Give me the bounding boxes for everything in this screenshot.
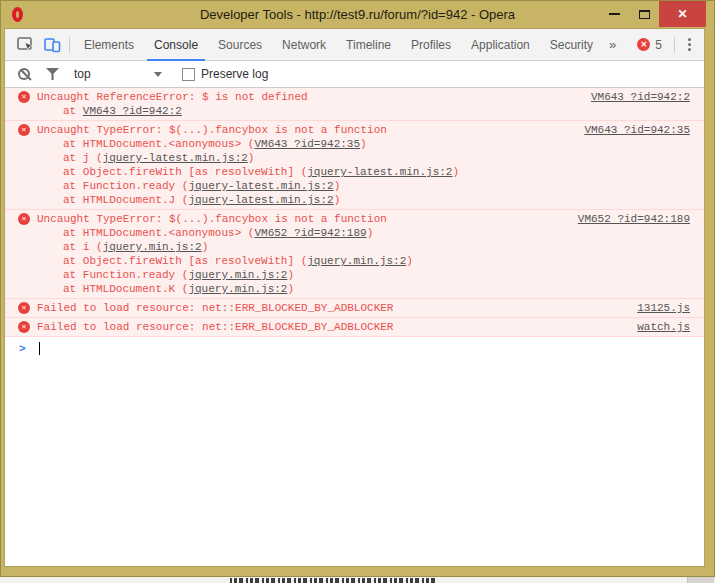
console-prompt[interactable]: > bbox=[5, 337, 704, 360]
stack-frame-link[interactable]: VM643 ?id=942:35 bbox=[254, 138, 360, 150]
stack-frame-text: ) bbox=[287, 283, 294, 295]
stack-frame-text: at HTMLDocument.J ( bbox=[63, 194, 188, 206]
stack-frame-text: ) bbox=[452, 166, 459, 178]
filter-button[interactable] bbox=[46, 68, 59, 80]
close-button[interactable]: ✕ bbox=[659, 1, 706, 27]
stack-frame: at HTMLDocument.<anonymous> (VM652 ?id=9… bbox=[37, 226, 578, 240]
stack-frame-text: ) bbox=[202, 241, 209, 253]
stack-frame-text: ) bbox=[406, 255, 413, 267]
source-location-link[interactable]: VM652 ?id=942:189 bbox=[578, 212, 690, 226]
source-location-link[interactable]: watch.js bbox=[637, 320, 690, 334]
close-icon: ✕ bbox=[677, 7, 687, 21]
error-message-block: Uncaught TypeError: $(...).fancybox is n… bbox=[37, 123, 584, 207]
panel-tabs: ElementsConsoleSourcesNetworkTimelinePro… bbox=[74, 29, 603, 60]
background-page-scrollbar-corner bbox=[687, 577, 714, 583]
preserve-log-label: Preserve log bbox=[201, 67, 268, 81]
tab-timeline[interactable]: Timeline bbox=[339, 29, 398, 60]
error-badge-icon: ✕ bbox=[637, 38, 650, 51]
stack-frame-text: ) bbox=[367, 227, 374, 239]
devtools-window: Developer Tools - http://test9.ru/forum/… bbox=[0, 0, 715, 577]
stack-frame: at Object.fireWith [as resolveWith] (jqu… bbox=[37, 165, 584, 179]
device-toolbar-button[interactable] bbox=[39, 29, 65, 60]
maximize-icon bbox=[639, 10, 650, 19]
inspect-element-icon bbox=[17, 37, 35, 53]
maximize-button[interactable] bbox=[629, 1, 659, 27]
stack-frame-text: at Function.ready ( bbox=[63, 269, 188, 281]
stack-frame: at Function.ready (jquery-latest.min.js:… bbox=[37, 179, 584, 193]
stack-frame-link[interactable]: VM652 ?id=942:189 bbox=[254, 227, 366, 239]
minimize-button[interactable] bbox=[599, 1, 629, 27]
error-message-text: Failed to load resource: net::ERR_BLOCKE… bbox=[37, 301, 637, 315]
tabs-overflow-chevron[interactable]: » bbox=[603, 29, 622, 60]
error-message-block: Failed to load resource: net::ERR_BLOCKE… bbox=[37, 301, 637, 315]
stack-frame-text: at bbox=[63, 105, 83, 117]
tab-sources[interactable]: Sources bbox=[211, 29, 269, 60]
tab-console[interactable]: Console bbox=[147, 29, 205, 60]
error-icon: ✕ bbox=[18, 124, 30, 136]
console-error-row: ✕ Failed to load resource: net::ERR_BLOC… bbox=[5, 318, 704, 337]
tab-elements[interactable]: Elements bbox=[77, 29, 141, 60]
window-titlebar: Developer Tools - http://test9.ru/forum/… bbox=[1, 1, 714, 28]
stack-frame-text: ) bbox=[334, 180, 341, 192]
error-message-text: Uncaught ReferenceError: $ is not define… bbox=[37, 90, 591, 104]
console-error-row: ✕ Uncaught TypeError: $(...).fancybox is… bbox=[5, 121, 704, 210]
stack-frame-link[interactable]: jquery.min.js:2 bbox=[188, 283, 287, 295]
separator bbox=[69, 37, 70, 53]
source-location-link[interactable]: VM643 ?id=942:2 bbox=[591, 90, 690, 104]
error-message-text: Failed to load resource: net::ERR_BLOCKE… bbox=[37, 320, 637, 334]
stack-frame-text: at HTMLDocument.<anonymous> ( bbox=[63, 138, 254, 150]
tabbar-right-group: ✕ 5 bbox=[637, 29, 704, 60]
inspect-element-button[interactable] bbox=[13, 29, 39, 60]
stack-frame-text: at j ( bbox=[63, 152, 103, 164]
stack-frame: at HTMLDocument.K (jquery.min.js:2) bbox=[37, 282, 578, 296]
source-location-link[interactable]: VM643 ?id=942:35 bbox=[584, 123, 690, 137]
clear-console-button[interactable] bbox=[18, 68, 30, 80]
background-page-strip bbox=[0, 576, 715, 583]
stack-frame-text: at HTMLDocument.K ( bbox=[63, 283, 188, 295]
stack-frame: at j (jquery-latest.min.js:2) bbox=[37, 151, 584, 165]
stack-frame: at i (jquery.min.js:2) bbox=[37, 240, 578, 254]
stack-frame: at Function.ready (jquery.min.js:2) bbox=[37, 268, 578, 282]
stack-frame-text: at HTMLDocument.<anonymous> ( bbox=[63, 227, 254, 239]
stack-frame-link[interactable]: jquery.min.js:2 bbox=[103, 241, 202, 253]
stack-frame-link[interactable]: jquery.min.js:2 bbox=[188, 269, 287, 281]
execution-context-selector[interactable]: top bbox=[74, 67, 162, 81]
preserve-log-checkbox[interactable] bbox=[182, 68, 195, 81]
error-message-block: Uncaught ReferenceError: $ is not define… bbox=[37, 90, 591, 118]
stack-frame-link[interactable]: jquery-latest.min.js:2 bbox=[307, 166, 452, 178]
prompt-chevron-icon: > bbox=[19, 343, 26, 355]
stack-frame-text: at Function.ready ( bbox=[63, 180, 188, 192]
stack-frame: at HTMLDocument.J (jquery-latest.min.js:… bbox=[37, 193, 584, 207]
stack-frame-text: at Object.fireWith [as resolveWith] ( bbox=[63, 166, 307, 178]
stack-frame-text: ) bbox=[287, 269, 294, 281]
error-icon: ✕ bbox=[18, 91, 30, 103]
tab-security[interactable]: Security bbox=[543, 29, 600, 60]
error-icon: ✕ bbox=[18, 213, 30, 225]
separator bbox=[674, 37, 675, 53]
stack-frame-link[interactable]: VM643 ?id=942:2 bbox=[83, 105, 182, 117]
stack-frame: at HTMLDocument.<anonymous> (VM643 ?id=9… bbox=[37, 137, 584, 151]
error-message-text: Uncaught TypeError: $(...).fancybox is n… bbox=[37, 212, 578, 226]
stack-frame-link[interactable]: jquery.min.js:2 bbox=[307, 255, 406, 267]
stack-frame-text: ) bbox=[248, 152, 255, 164]
source-location-link[interactable]: 13125.js bbox=[637, 301, 690, 315]
tab-profiles[interactable]: Profiles bbox=[404, 29, 458, 60]
error-message-block: Uncaught TypeError: $(...).fancybox is n… bbox=[37, 212, 578, 296]
devtools-menu-button[interactable] bbox=[679, 38, 700, 51]
console-error-row: ✕ Uncaught ReferenceError: $ is not defi… bbox=[5, 88, 704, 121]
stack-frame-link[interactable]: jquery-latest.min.js:2 bbox=[103, 152, 248, 164]
opera-logo-icon bbox=[12, 7, 23, 22]
stack-frame-text: at Object.fireWith [as resolveWith] ( bbox=[63, 255, 307, 267]
error-message-block: Failed to load resource: net::ERR_BLOCKE… bbox=[37, 320, 637, 334]
stack-frame-text: at i ( bbox=[63, 241, 103, 253]
stack-frame: at VM643 ?id=942:2 bbox=[37, 104, 591, 118]
console-message-list: ✕ Uncaught ReferenceError: $ is not defi… bbox=[5, 88, 704, 337]
console-error-row: ✕ Uncaught TypeError: $(...).fancybox is… bbox=[5, 210, 704, 299]
stack-frame-link[interactable]: jquery-latest.min.js:2 bbox=[188, 194, 333, 206]
window-controls: ✕ bbox=[599, 1, 706, 27]
stack-frame: at Object.fireWith [as resolveWith] (jqu… bbox=[37, 254, 578, 268]
stack-frame-link[interactable]: jquery-latest.min.js:2 bbox=[188, 180, 333, 192]
console-error-count[interactable]: 5 bbox=[655, 38, 662, 52]
tab-network[interactable]: Network bbox=[275, 29, 333, 60]
tab-application[interactable]: Application bbox=[464, 29, 537, 60]
